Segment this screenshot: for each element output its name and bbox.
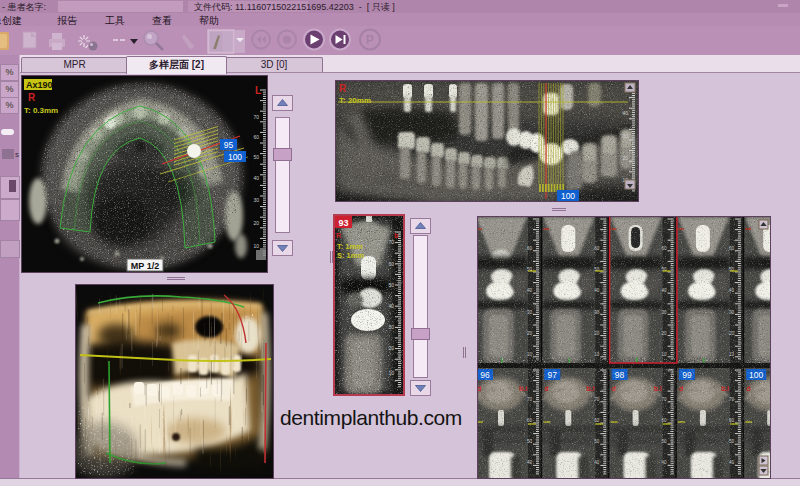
- svg-text:30: 30: [622, 133, 628, 139]
- svg-text:P: P: [366, 33, 374, 47]
- svg-text:10: 10: [388, 370, 394, 376]
- svg-text:60: 60: [253, 134, 259, 140]
- svg-text:T: 1mm: T: 1mm: [337, 242, 363, 251]
- svg-text:R: R: [28, 92, 36, 103]
- svg-text:95: 95: [224, 140, 234, 150]
- svg-text:R: R: [336, 232, 341, 239]
- svg-text:20: 20: [388, 345, 394, 351]
- svg-text:S: 1mm: S: 1mm: [337, 251, 364, 260]
- svg-text:100: 100: [561, 191, 575, 201]
- svg-text:100: 100: [228, 152, 242, 162]
- svg-text:T: 20mm: T: 20mm: [339, 96, 371, 105]
- svg-text:30: 30: [253, 197, 259, 203]
- svg-text:b: b: [394, 232, 398, 239]
- svg-text:MP 1/2: MP 1/2: [131, 261, 159, 271]
- svg-text:20: 20: [253, 220, 259, 226]
- svg-text:40: 40: [622, 110, 628, 116]
- svg-text:10: 10: [253, 243, 259, 249]
- svg-text:T: 0.3mm: T: 0.3mm: [24, 106, 58, 115]
- svg-text:93: 93: [338, 218, 348, 228]
- svg-text:20: 20: [622, 155, 628, 161]
- svg-text:70: 70: [388, 239, 394, 245]
- svg-text:Ax190: Ax190: [26, 80, 53, 90]
- svg-text:L: L: [255, 85, 261, 96]
- svg-text:40: 40: [388, 303, 394, 309]
- svg-text:60: 60: [388, 261, 394, 267]
- svg-text:40: 40: [253, 175, 259, 181]
- svg-text:70: 70: [253, 114, 259, 120]
- svg-text:30: 30: [388, 324, 394, 330]
- svg-text:50: 50: [253, 154, 259, 160]
- svg-text:50: 50: [388, 282, 394, 288]
- svg-text:R: R: [339, 83, 347, 94]
